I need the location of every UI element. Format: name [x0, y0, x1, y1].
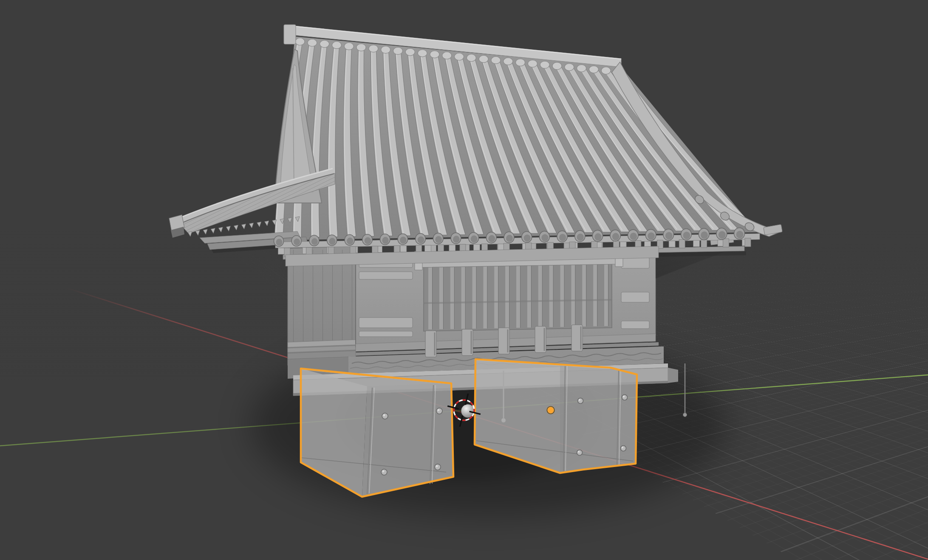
3d-viewport[interactable] [0, 0, 928, 560]
object-origin-icon[interactable] [548, 407, 554, 414]
main-roof [274, 37, 757, 240]
shrine-storehouse-model[interactable] [169, 25, 782, 396]
scene-overlay [0, 0, 928, 560]
wall-left-side [288, 246, 356, 379]
